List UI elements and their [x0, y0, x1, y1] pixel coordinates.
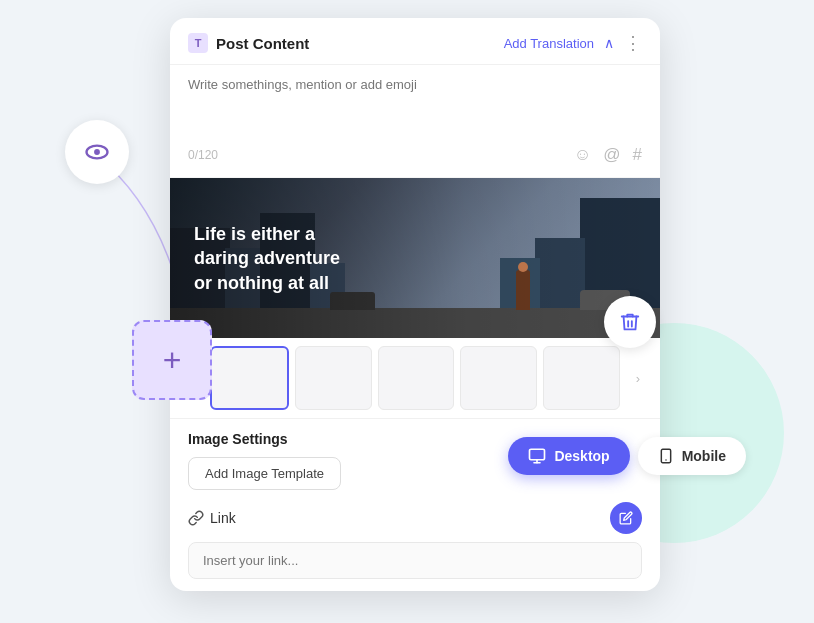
add-image-button[interactable]: +: [132, 320, 212, 400]
more-options-icon[interactable]: ⋮: [624, 32, 642, 54]
monitor-icon: [528, 447, 546, 465]
edit-link-button[interactable]: [610, 502, 642, 534]
mention-icon[interactable]: @: [603, 145, 620, 165]
t-icon: T: [188, 33, 208, 53]
link-label: Link: [188, 510, 236, 526]
hero-quote-text: Life is either a daring adventure or not…: [194, 222, 340, 295]
post-content-card: T Post Content Add Translation ∧ ⋮ 0/120…: [170, 18, 660, 591]
header-left: T Post Content: [188, 33, 309, 53]
chevron-up-icon[interactable]: ∧: [604, 35, 614, 51]
svg-rect-2: [530, 449, 545, 460]
hashtag-icon[interactable]: #: [633, 145, 642, 165]
thumbnail-3[interactable]: [378, 346, 455, 410]
header-right: Add Translation ∧ ⋮: [504, 32, 642, 54]
eye-circle-button[interactable]: [65, 120, 129, 184]
char-count: 0/120: [188, 148, 218, 162]
hero-image-area: Life is either a daring adventure or not…: [170, 178, 660, 338]
link-text: Link: [210, 510, 236, 526]
emoji-icon[interactable]: ☺: [574, 145, 591, 165]
thumbnail-1[interactable]: [210, 346, 289, 410]
desktop-button[interactable]: Desktop: [508, 437, 629, 475]
scene: + Desktop Mobile: [0, 0, 814, 623]
mobile-button[interactable]: Mobile: [638, 437, 746, 475]
next-thumbnail-button[interactable]: ›: [626, 366, 650, 390]
post-content-title: Post Content: [216, 35, 309, 52]
trash-icon: [619, 311, 641, 333]
eye-icon: [83, 138, 111, 166]
thumbnails-strip: ‹ ›: [170, 338, 660, 419]
thumbnail-2[interactable]: [295, 346, 372, 410]
plus-icon: +: [163, 344, 182, 376]
card-header: T Post Content Add Translation ∧ ⋮: [170, 18, 660, 65]
phone-icon: [658, 447, 674, 465]
add-image-template-button[interactable]: Add Image Template: [188, 457, 341, 490]
textarea-section: 0/120 ☺ @ #: [170, 65, 660, 178]
delete-button[interactable]: [604, 296, 656, 348]
link-input[interactable]: [188, 542, 642, 579]
desktop-label: Desktop: [554, 448, 609, 464]
pencil-icon: [619, 511, 633, 525]
thumbnail-4[interactable]: [460, 346, 537, 410]
svg-point-1: [94, 149, 100, 155]
mobile-label: Mobile: [682, 448, 726, 464]
link-icon: [188, 510, 204, 526]
textarea-action-icons: ☺ @ #: [574, 145, 642, 165]
link-section: Link: [188, 502, 642, 534]
textarea-footer: 0/120 ☺ @ #: [188, 141, 642, 169]
thumbnail-5[interactable]: [543, 346, 620, 410]
view-mode-buttons: Desktop Mobile: [508, 437, 746, 475]
post-textarea[interactable]: [188, 77, 642, 137]
add-translation-button[interactable]: Add Translation: [504, 36, 594, 51]
